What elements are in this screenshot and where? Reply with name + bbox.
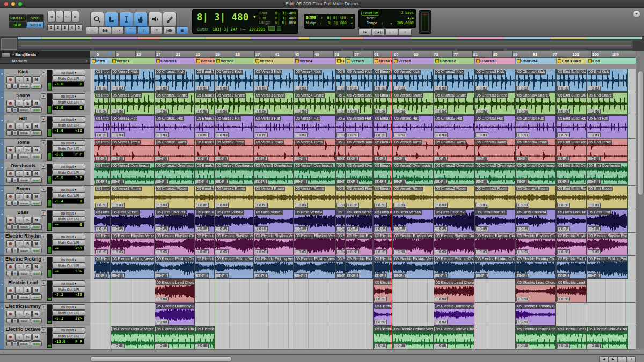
clip-gain-badge[interactable]: ↑ 0 dB bbox=[516, 320, 529, 325]
audio-clip[interactable]: 05 Chorus3 Overheads↑ 0 dB bbox=[474, 162, 515, 185]
marker-flag-icon[interactable] bbox=[196, 59, 200, 63]
marker-flag-icon[interactable] bbox=[112, 59, 116, 63]
clip-gain-badge[interactable]: ↑ 0 dB bbox=[295, 226, 308, 232]
audio-clip[interactable]: 05 Electric Rhythm End↑ 0 dB bbox=[587, 233, 628, 255]
audio-clip[interactable]: 05 Electric Picking Verse2↑ 0 dB bbox=[215, 256, 254, 279]
ruler-view-icon[interactable] bbox=[2, 53, 10, 57]
record-enable-button[interactable] bbox=[6, 146, 14, 153]
clip-gain-badge[interactable]: ↑ 0 dB bbox=[156, 249, 169, 255]
zoom-tool-button[interactable] bbox=[90, 12, 104, 27]
track-view-selector[interactable]: wave bbox=[18, 248, 30, 253]
freeze-icon[interactable]: ✛ bbox=[12, 271, 18, 276]
clip-gain-badge[interactable]: ↑ 0 dB bbox=[216, 156, 229, 161]
marker-segment[interactable]: Verse3 bbox=[254, 58, 294, 64]
marker-segment[interactable]: Intro bbox=[90, 58, 111, 64]
clip-gain-badge[interactable]: ↑ 0 dB bbox=[196, 226, 209, 232]
audio-clip[interactable]: 05 Verse1 Room↑ 0 dB bbox=[111, 186, 155, 209]
audio-clip[interactable]: 05 Bass Verse3↑ 0 dB bbox=[254, 209, 294, 232]
audio-clip[interactable]: 05 Chorus3 Hat↑ 0 dB bbox=[474, 115, 515, 138]
marker-segment[interactable]: BreakTrn3 bbox=[373, 58, 393, 64]
zoom-in-button[interactable]: + bbox=[627, 356, 636, 362]
clip-gain-badge[interactable]: ↑ 0 dB bbox=[196, 132, 209, 138]
count-off-button[interactable]: Count Off bbox=[361, 11, 379, 16]
audio-clip[interactable]: 05 Chorus1 Toms↑ 0 dB bbox=[155, 139, 195, 162]
track-name[interactable]: Electric Rhythm bbox=[5, 233, 41, 239]
counter-dropdown-icon[interactable]: ▼ bbox=[253, 15, 257, 19]
clip-gain-badge[interactable]: ↑ 0 dB bbox=[346, 132, 359, 138]
grabber-tool-button[interactable] bbox=[134, 12, 148, 27]
track-options-icon[interactable]: ▾ bbox=[41, 280, 46, 286]
mute-button[interactable]: M bbox=[32, 287, 40, 294]
audio-clip[interactable]: 05 Electric Octave End Build↑ 0 dB bbox=[556, 326, 587, 349]
track-view-selector[interactable]: wave bbox=[18, 178, 30, 183]
audio-clip[interactable]: 05 End Build Room↑ 0 dB bbox=[556, 186, 587, 209]
clip-gain-badge[interactable]: ↑ 0 dB bbox=[435, 109, 448, 114]
freeze-icon[interactable]: ✛ bbox=[12, 341, 18, 346]
clip-gain-badge[interactable]: ↑ 0 dB bbox=[216, 273, 229, 278]
track-name[interactable]: Overheads bbox=[5, 163, 41, 169]
track-lane[interactable]: 05 Intro Overheads↑ 0 dB05 Verse1 Overhe… bbox=[90, 162, 636, 186]
clip-gain-badge[interactable]: ↑ 0 dB bbox=[516, 156, 529, 161]
audio-clip[interactable]: 05 Electric Lead BreakTrn3↑ 0 dB bbox=[373, 279, 392, 302]
solo-button[interactable]: S bbox=[24, 100, 32, 107]
mirrored-midi-button[interactable]: ≡ bbox=[150, 26, 163, 34]
audio-clip[interactable]: 05 BT1 Hat↑ 0 dB bbox=[335, 115, 345, 138]
clip-gain-badge[interactable]: ↑ 0 dB bbox=[475, 156, 488, 161]
audio-clip[interactable]: 05 Verse3 Hat↑ 0 dB bbox=[254, 115, 294, 138]
edit-mode-spot[interactable]: SPOT bbox=[26, 14, 44, 21]
clip-gain-badge[interactable]: ↑ 0 dB bbox=[112, 156, 125, 161]
input-monitor-button[interactable]: I bbox=[15, 217, 23, 224]
clip-gain-badge[interactable]: ↑ 0 dB bbox=[112, 249, 125, 255]
audio-clip[interactable]: 05 Chorus3 Snare↑ 0 dB bbox=[474, 92, 515, 115]
clip-gain-badge[interactable]: ↑ 0 dB bbox=[588, 226, 601, 232]
marker-flag-icon[interactable] bbox=[216, 59, 220, 63]
record-enable-button[interactable] bbox=[6, 193, 14, 200]
clip-gain-badge[interactable]: ↑ 0 dB bbox=[156, 86, 169, 91]
meter-label[interactable]: Meter bbox=[367, 16, 376, 20]
clip-arrangement-area[interactable]: 05 Intro Kick↑ 0 dB05 Verse1 Kick↑ 0 dB0… bbox=[90, 69, 636, 350]
edit-mode-grid[interactable]: GRID ▾ bbox=[26, 21, 44, 28]
input-selector[interactable]: no input ▾ bbox=[52, 304, 85, 310]
mute-button[interactable]: M bbox=[32, 170, 40, 177]
meter-value[interactable]: 4/4 bbox=[407, 16, 414, 20]
record-enable-button[interactable] bbox=[6, 334, 14, 341]
audio-clip[interactable]: 05 Verse2 Room↑ 0 dB bbox=[215, 186, 254, 209]
clip-gain-badge[interactable]: ↑ 0 dB bbox=[435, 179, 448, 184]
clip-gain-badge[interactable]: ↑ 0 dB bbox=[112, 132, 125, 138]
audio-clip[interactable]: 05 Electric Rhythm BT1↑ 0 dB bbox=[335, 233, 345, 255]
audio-clip[interactable]: 05 Electric Octave Chorus2↑ 0 dB bbox=[434, 326, 474, 349]
input-selector[interactable]: no input ▾ bbox=[52, 327, 85, 333]
clip-gain-badge[interactable]: ↑ 0 dB bbox=[435, 132, 448, 138]
volume-display[interactable]: -6.0 bbox=[54, 152, 63, 157]
audio-clip[interactable]: 05 Electric Octave BreakTrn3↑ 0 dB bbox=[373, 326, 392, 349]
marker-flag-icon[interactable] bbox=[295, 59, 299, 63]
audio-clip[interactable]: 05 Bass BT1↑ 0 dB bbox=[335, 209, 345, 232]
clip-gain-badge[interactable]: ↑ 0 dB bbox=[255, 203, 268, 208]
automation-mode-button[interactable]: read bbox=[31, 178, 42, 183]
track-header[interactable]: ◦▸Room▾ISM◦✛wavereadno input ▾Main Out L… bbox=[0, 186, 90, 209]
marker-flag-icon[interactable] bbox=[435, 59, 439, 63]
freeze-icon[interactable]: ✛ bbox=[12, 294, 18, 300]
clip-gain-badge[interactable]: ↑ 0 dB bbox=[196, 343, 209, 349]
clip-gain-badge[interactable]: ↑ 0 dB bbox=[374, 226, 387, 232]
audio-clip[interactable]: 05 End Build Overheads↑ 0 dB bbox=[556, 162, 587, 185]
audio-clip[interactable]: 05 Bass Intro↑ 0 dB bbox=[94, 209, 111, 232]
audio-clip[interactable]: 05 Verse4 Toms↑ 0 dB bbox=[294, 139, 335, 162]
minimize-window-button[interactable] bbox=[11, 2, 15, 6]
mute-button[interactable]: M bbox=[32, 123, 40, 130]
audio-clip[interactable]: 05 BT1 Kick↑ 0 dB bbox=[335, 69, 345, 92]
solo-button[interactable]: S bbox=[24, 217, 32, 224]
audio-clip[interactable]: 05 Bass End↑ 0 dB bbox=[587, 209, 628, 232]
clip-gain-badge[interactable]: ↑ 0 dB bbox=[374, 179, 387, 184]
audio-clip[interactable]: 05 BreakTurn2 Room↑ 0 dB bbox=[195, 186, 215, 209]
clip-gain-badge[interactable]: ↑ 0 dB bbox=[588, 109, 601, 114]
audio-clip[interactable]: 05 End Toms↑ 0 dB bbox=[587, 139, 628, 162]
audio-clip[interactable]: 05 Bass Verse5↑ 0 dB bbox=[345, 209, 373, 232]
marker-segment[interactable]: Chorus1 bbox=[155, 58, 195, 64]
freeze-icon[interactable]: ✛ bbox=[12, 248, 18, 253]
track-header[interactable]: ◦▸Electric Octave▾ISM◦✛wavereadno input … bbox=[0, 326, 90, 350]
volume-pan-display[interactable]: -∞0 bbox=[52, 222, 84, 227]
audio-clip[interactable]: 05 Verse5 Overheads↑ 0 dB bbox=[345, 162, 373, 185]
grid-note-icon[interactable]: ♪ bbox=[321, 16, 323, 19]
zoom-out-button[interactable]: − bbox=[618, 356, 627, 362]
